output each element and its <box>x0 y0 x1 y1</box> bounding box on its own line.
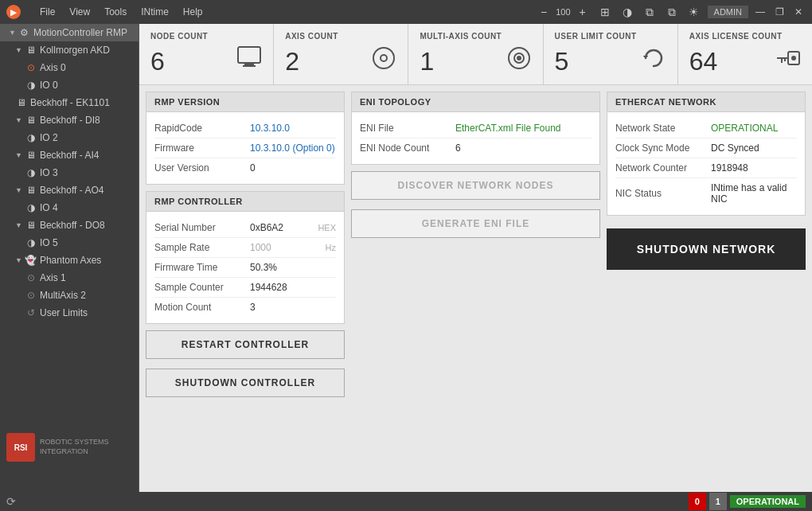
eni-file-value: EtherCAT.xml File Found <box>455 123 591 134</box>
firmware-label: Firmware <box>154 142 250 154</box>
sidebar-item-beckhoff-do8[interactable]: ▼ 🖥 Beckhoff - DO8 <box>0 216 139 234</box>
rmp-controller-card: RMP CONTROLLER Serial Number 0xB6A2 HEX … <box>146 191 345 324</box>
sidebar-item-beckhoff-ao4[interactable]: ▼ 🖥 Beckhoff - AO4 <box>0 181 139 199</box>
rsi-logo-text: ROBOTIC SYSTEMS INTEGRATION <box>40 438 133 456</box>
menu-help[interactable]: Help <box>177 5 209 19</box>
serial-number-label: Serial Number <box>154 222 250 233</box>
rmp-controller-header: RMP CONTROLLER <box>146 192 344 212</box>
stat-user-limit-count: USER LIMIT COUNT 5 <box>544 24 678 84</box>
admin-badge: ADMIN <box>708 6 748 18</box>
main-layout: ▼ ⚙ MotionController RMP ▼ 🖥 Kollmorgen … <box>0 24 812 492</box>
sidebar-item-axis1[interactable]: ⊙ Axis 1 <box>0 269 139 287</box>
sidebar-item-label: Beckhoff - AI4 <box>40 150 100 161</box>
eni-topology-card: ENI TOPOLOGY ENI File EtherCAT.xml File … <box>351 92 600 165</box>
expand-arrow-icon: ▼ <box>9 29 16 37</box>
menu-view[interactable]: View <box>63 5 96 19</box>
zoom-out-icon[interactable]: − <box>535 3 552 21</box>
menu-tools[interactable]: Tools <box>98 5 133 19</box>
menu-items: File View Tools INtime Help <box>33 5 209 19</box>
stats-row: NODE COUNT 6 AXIS COUNT 2 MULT <box>139 24 812 85</box>
stat-label: MULTI-AXIS COUNT <box>420 32 531 41</box>
discover-network-button[interactable]: DISCOVER NETWORK NODES <box>351 171 600 200</box>
sidebar-item-label: Beckhoff - DI8 <box>40 115 100 126</box>
firmware-time-label: Firmware Time <box>154 262 250 273</box>
io-icon: ◑ <box>25 236 37 249</box>
close-button[interactable]: ✕ <box>791 5 806 19</box>
network-state-value: OPERATIONAL <box>711 123 797 134</box>
layout-icon[interactable]: ⊞ <box>596 3 614 21</box>
shutdown-network-button[interactable]: SHUTDOWN NETWORK <box>607 228 806 270</box>
status-num-0[interactable]: 0 <box>689 493 706 510</box>
cards-area: RMP VERSION RapidCode 10.3.10.0 Firmware… <box>139 85 812 408</box>
shutdown-controller-button[interactable]: SHUTDOWN CONTROLLER <box>146 369 345 397</box>
nic-status-row: NIC Status INtime has a valid NIC <box>615 178 797 209</box>
eni-file-row: ENI File EtherCAT.xml File Found <box>360 119 591 138</box>
maximize-button[interactable]: ❐ <box>772 5 787 19</box>
motion-count-row: Motion Count 3 <box>154 298 336 317</box>
restart-controller-button[interactable]: RESTART CONTROLLER <box>146 330 345 359</box>
phantom-icon: 👻 <box>25 254 37 267</box>
status-bar: ⟳ 0 1 OPERATIONAL <box>0 492 812 511</box>
svg-point-4 <box>381 55 387 61</box>
serial-number-row: Serial Number 0xB6A2 HEX <box>154 218 336 238</box>
rmp-version-card: RMP VERSION RapidCode 10.3.10.0 Firmware… <box>146 92 345 185</box>
sidebar-item-beckhoff-ai4[interactable]: ▼ 🖥 Beckhoff - AI4 <box>0 146 139 164</box>
refresh-status-icon[interactable]: ⟳ <box>6 495 16 508</box>
monitor-icon <box>236 45 262 76</box>
sidebar-item-label: IO 3 <box>40 167 58 178</box>
device-icon: 🖥 <box>25 44 37 57</box>
stat-label: NODE COUNT <box>150 32 262 41</box>
chart-icon[interactable]: ⧉ <box>663 3 681 21</box>
sidebar-item-motioncontroller[interactable]: ▼ ⚙ MotionController RMP <box>0 24 139 41</box>
sample-rate-label: Sample Rate <box>154 242 250 253</box>
axis-gray-icon: ⊙ <box>25 271 37 284</box>
brightness-icon[interactable]: ☀ <box>685 3 703 21</box>
clock-sync-label: Clock Sync Mode <box>615 142 711 154</box>
sidebar-item-user-limits[interactable]: ↺ User Limits <box>0 304 139 322</box>
sidebar-item-beckhoff-di8[interactable]: ▼ 🖥 Beckhoff - DI8 <box>0 111 139 129</box>
multi-axis-icon <box>506 45 532 76</box>
svg-point-12 <box>792 57 795 60</box>
sidebar-item-io4[interactable]: ◑ IO 4 <box>0 199 139 216</box>
right-panel: ETHERCAT NETWORK Network State OPERATION… <box>607 92 806 275</box>
zoom-in-icon[interactable]: + <box>574 3 591 21</box>
sidebar-item-beckhoff-ek1101[interactable]: 🖥 Beckhoff - EK1101 <box>0 94 139 111</box>
sidebar-item-io3[interactable]: ◑ IO 3 <box>0 164 139 181</box>
nic-status-label: NIC Status <box>615 188 711 199</box>
motion-count-label: Motion Count <box>154 302 250 313</box>
panel-icon[interactable]: ⧉ <box>641 3 658 21</box>
expand-arrow-icon: ▼ <box>15 256 22 264</box>
sidebar-item-phantom-axes[interactable]: ▼ 👻 Phantom Axes <box>0 252 139 269</box>
sidebar-item-io2[interactable]: ◑ IO 2 <box>0 129 139 146</box>
firmware-time-value: 50.3% <box>250 262 336 273</box>
sample-rate-row: Sample Rate 1000 Hz <box>154 238 336 258</box>
rapidcode-label: RapidCode <box>154 123 250 134</box>
generate-eni-button[interactable]: GENERATE ENI FILE <box>351 209 600 238</box>
network-state-label: Network State <box>615 123 711 134</box>
zoom-level: 100 <box>556 7 570 17</box>
ethercat-network-header: ETHERCAT NETWORK <box>607 92 805 112</box>
menu-bar: ▶ File View Tools INtime Help − 100 + ⊞ … <box>0 0 812 24</box>
stat-label: AXIS LICENSE COUNT <box>689 32 801 41</box>
rapidcode-row: RapidCode 10.3.10.0 <box>154 119 336 138</box>
user-version-row: User Version 0 <box>154 158 336 177</box>
sample-counter-label: Sample Counter <box>154 282 250 293</box>
sidebar-item-multiaxis2[interactable]: ⊙ MultiAxis 2 <box>0 287 139 304</box>
sidebar-item-axis0[interactable]: ⊙ Axis 0 <box>0 59 139 76</box>
sidebar-item-kollmorgen[interactable]: ▼ 🖥 Kollmorgen AKD <box>0 41 139 59</box>
svg-point-7 <box>517 57 521 60</box>
stat-multi-axis-count: MULTI-AXIS COUNT 1 <box>408 24 543 84</box>
status-num-1[interactable]: 1 <box>709 493 727 510</box>
menu-file[interactable]: File <box>33 5 61 19</box>
sidebar-item-label: MultiAxis 2 <box>40 290 86 301</box>
menu-intime[interactable]: INtime <box>135 5 175 19</box>
sample-rate-value: 1000 <box>250 242 322 253</box>
eni-buttons: DISCOVER NETWORK NODES GENERATE ENI FILE <box>351 171 600 243</box>
minimize-button[interactable]: — <box>753 5 767 19</box>
device-icon: 🖥 <box>25 149 37 162</box>
sidebar-item-label: IO 4 <box>40 202 58 213</box>
sidebar-item-io0[interactable]: ◑ IO 0 <box>0 76 139 94</box>
sidebar-item-io5[interactable]: ◑ IO 5 <box>0 234 139 252</box>
theme-icon[interactable]: ◑ <box>619 3 636 21</box>
svg-rect-2 <box>243 65 256 67</box>
